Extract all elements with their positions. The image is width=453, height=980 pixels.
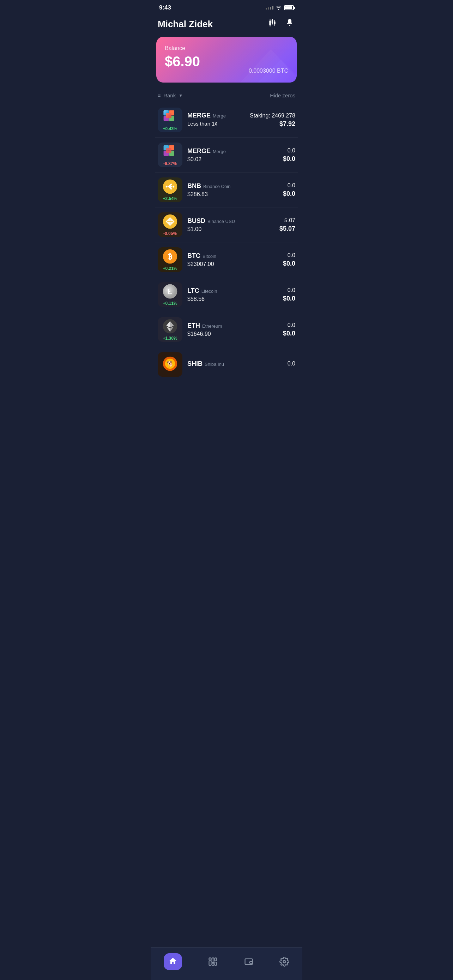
coin-values-eth: 0.0 $0.0	[283, 322, 295, 337]
coin-info-shib: SHIB Shiba Inu	[188, 360, 283, 369]
coin-price: $1.00	[188, 226, 275, 232]
coin-fullname: Bitcoin	[202, 254, 216, 259]
coin-info-btc: BTC Bitcoin $23007.00	[188, 252, 278, 267]
sort-left[interactable]: ≡ Rank ▼	[158, 92, 183, 99]
svg-rect-22	[166, 148, 172, 153]
coin-amount: 0.0	[283, 287, 295, 294]
svg-rect-6	[274, 22, 275, 25]
coin-values-ltc: 0.0 $0.0	[283, 287, 295, 302]
coin-ticker: LTC	[188, 287, 199, 294]
coin-amount: 0.0	[288, 361, 295, 367]
coin-values-shib: 0.0	[288, 361, 295, 368]
coin-ticker: MERGE	[188, 148, 211, 155]
coin-usd: $0.0	[283, 295, 295, 302]
balance-btc: 0.0003000 BTC	[249, 68, 288, 74]
candlestick-button[interactable]	[266, 17, 278, 31]
coin-values-btc: 0.0 $0.0	[283, 252, 295, 267]
coin-usd: $0.0	[283, 155, 295, 162]
coin-item-bnb[interactable]: +2.54% BNB Binance Coin $286.83 0.0 $0.0	[155, 172, 298, 207]
coin-logo-eth: +1.30%	[158, 317, 183, 342]
coin-change-eth: +1.30%	[163, 336, 177, 341]
battery-icon	[284, 5, 294, 10]
coin-amount: Staking: 2469.278	[250, 113, 295, 119]
coin-usd: $0.0	[283, 260, 295, 267]
coin-change-bnb: +2.54%	[163, 196, 177, 201]
coin-values-busd: 5.07 $5.07	[280, 217, 295, 232]
coin-info-merge-1: MERGE Merge Less than 1¢	[188, 112, 245, 128]
coin-ticker: BUSD	[188, 217, 205, 225]
coin-item-btc[interactable]: ₿ +0.21% BTC Bitcoin $23007.00 0.0 $0.0	[155, 242, 298, 277]
coin-price: $23007.00	[188, 261, 278, 267]
coin-ticker: SHIB	[188, 360, 202, 368]
coin-item-eth[interactable]: +1.30% ETH Ethereum $1646.90 0.0 $0.0	[155, 312, 298, 347]
coin-item-shib[interactable]: 🐕 SHIB Shiba Inu 0.0	[155, 347, 298, 382]
coin-logo-bnb: +2.54%	[158, 177, 183, 202]
coin-ticker: ETH	[188, 322, 200, 329]
wifi-icon	[275, 5, 282, 11]
coin-item-busd[interactable]: -0.05% BUSD Binance USD $1.00 5.07 $5.07	[155, 207, 298, 242]
svg-text:🐕: 🐕	[167, 361, 173, 367]
coin-item-merge-staking[interactable]: +0.43% MERGE Merge Less than 1¢ Staking:…	[155, 103, 298, 138]
coin-amount: 0.0	[283, 148, 295, 154]
sort-lines-icon: ≡	[158, 93, 161, 99]
svg-text:Ł: Ł	[168, 288, 172, 296]
coin-info-bnb: BNB Binance Coin $286.83	[188, 182, 278, 197]
coin-ticker: BTC	[188, 252, 200, 259]
sort-arrow-icon: ▼	[178, 93, 183, 98]
coin-logo-btc: ₿ +0.21%	[158, 247, 183, 272]
sort-label: Rank	[163, 92, 176, 99]
coin-values-merge-1: Staking: 2469.278 $7.92	[250, 113, 295, 128]
coin-fullname: Ethereum	[202, 323, 222, 329]
coin-ticker: MERGE	[188, 112, 211, 119]
coin-change-ltc: +0.11%	[163, 301, 177, 306]
sort-bar: ≡ Rank ▼ Hide zeros	[151, 90, 302, 103]
coin-values-merge-2: 0.0 $0.0	[283, 148, 295, 162]
coin-amount: 0.0	[283, 182, 295, 189]
status-bar: 9:43	[151, 0, 302, 14]
coin-fullname: Litecoin	[202, 289, 217, 294]
coin-price: $0.02	[188, 156, 278, 162]
page-title: Michal Zidek	[158, 19, 213, 30]
coin-amount: 0.0	[283, 252, 295, 259]
coin-values-bnb: 0.0 $0.0	[283, 182, 295, 197]
notification-button[interactable]	[284, 17, 295, 31]
header: Michal Zidek	[151, 14, 302, 37]
coin-usd: $7.92	[250, 120, 295, 128]
coin-change-merge-2: -6.87%	[163, 161, 177, 166]
coin-staking: Less than 1¢	[188, 121, 245, 127]
coin-fullname: Merge	[213, 149, 226, 154]
coin-fullname: Merge	[213, 113, 226, 119]
coin-price: $1646.90	[188, 331, 278, 337]
coin-fullname: Shiba Inu	[205, 361, 224, 367]
svg-rect-0	[269, 21, 270, 25]
coin-info-eth: ETH Ethereum $1646.90	[188, 322, 278, 337]
signal-icon	[265, 6, 273, 10]
svg-rect-17	[166, 113, 172, 118]
svg-text:₿: ₿	[168, 252, 172, 261]
coin-fullname: Binance Coin	[203, 184, 230, 189]
coin-info-merge-2: MERGE Merge $0.02	[188, 148, 278, 162]
coin-change-btc: +0.21%	[163, 266, 177, 271]
coin-logo-busd: -0.05%	[158, 212, 183, 237]
coin-logo-merge-2: -6.87%	[158, 143, 183, 167]
coin-usd: $5.07	[280, 225, 295, 232]
coin-usd: $0.0	[283, 330, 295, 337]
coin-amount: 5.07	[280, 217, 295, 224]
coin-logo-ltc: Ł +0.11%	[158, 282, 183, 307]
coin-list: +0.43% MERGE Merge Less than 1¢ Staking:…	[151, 103, 302, 382]
status-icons	[265, 5, 294, 11]
hide-zeros-toggle[interactable]: Hide zeros	[270, 92, 295, 99]
coin-item-ltc[interactable]: Ł +0.11% LTC Litecoin $58.56 0.0 $0.0	[155, 277, 298, 312]
balance-card: Balance $6.90 0.0003000 BTC	[156, 37, 297, 83]
coin-usd: $0.0	[283, 190, 295, 197]
coin-change-merge-1: +0.43%	[163, 126, 177, 131]
coin-price: $58.56	[188, 296, 278, 302]
coin-ticker: BNB	[188, 182, 201, 190]
coin-fullname: Binance USD	[207, 219, 235, 224]
coin-logo-shib: 🐕	[158, 352, 183, 377]
coin-logo-merge-1: +0.43%	[158, 108, 183, 132]
coin-item-merge-2[interactable]: -6.87% MERGE Merge $0.02 0.0 $0.0	[155, 138, 298, 172]
coin-price: $286.83	[188, 191, 278, 197]
header-actions	[266, 17, 295, 31]
coin-change-busd: -0.05%	[163, 231, 177, 236]
